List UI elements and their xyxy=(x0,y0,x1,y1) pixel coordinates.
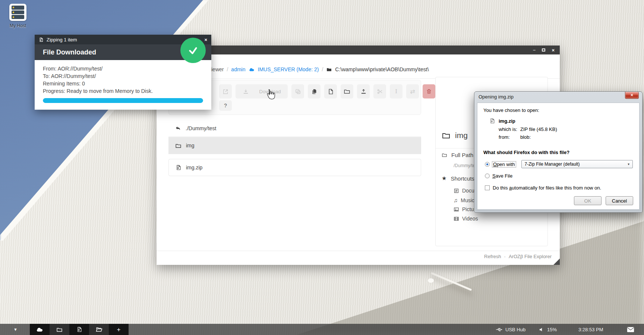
which-is-value: ZIP file (45.8 KB) xyxy=(520,126,633,132)
new-file-icon xyxy=(328,88,334,95)
taskbar-app-file-explorer[interactable] xyxy=(89,324,109,335)
taskbar-app-folder[interactable] xyxy=(50,324,69,335)
progress-bar xyxy=(43,98,203,103)
dialog-body: You have chosen to open: img.zip which i… xyxy=(477,103,640,210)
taskbar-app-zip[interactable] xyxy=(69,324,89,335)
taskbar: ▼ + USB Hub xyxy=(0,324,644,335)
help-button[interactable]: ? xyxy=(219,100,232,111)
list-item-file-img-zip[interactable]: img.zip xyxy=(168,159,421,176)
volume-tray-item[interactable]: 15% xyxy=(539,324,557,335)
zip-remaining-line: Remining Items: 0 xyxy=(43,80,203,87)
picture-icon xyxy=(454,207,459,212)
shortcuts-label: Shortcuts xyxy=(451,175,474,182)
taskbar-apps: + xyxy=(30,324,129,335)
list-item-label: img.zip xyxy=(186,165,202,170)
volume-label: 15% xyxy=(547,327,557,332)
explorer-titlebar[interactable]: − × xyxy=(157,46,560,54)
duplicate-button[interactable] xyxy=(291,84,304,98)
zip-file-icon xyxy=(39,37,44,42)
new-file-button[interactable] xyxy=(324,84,337,98)
usb-icon xyxy=(496,327,503,332)
film-icon xyxy=(454,216,459,222)
dialog-file-details: which is: ZIP file (45.8 KB) from: blob: xyxy=(499,126,633,140)
list-item-folder-img[interactable]: img xyxy=(168,137,421,154)
do-automatically-label[interactable]: Do this automatically for files like thi… xyxy=(493,185,601,191)
progress-bar-track xyxy=(43,98,203,103)
zip-file-icon xyxy=(76,326,82,332)
rename-button[interactable]: I xyxy=(390,84,402,98)
external-link-icon xyxy=(222,88,229,95)
breadcrumb-user[interactable]: admin xyxy=(231,66,245,72)
folder-icon xyxy=(326,66,332,72)
close-icon[interactable]: × xyxy=(204,37,207,42)
download-button[interactable]: Download xyxy=(236,84,288,98)
explorer-footer: Refresh · ArOZβ File Explorer xyxy=(484,254,552,259)
refresh-link[interactable]: Refresh xyxy=(484,254,501,259)
paste-button[interactable] xyxy=(308,84,321,98)
radio-save-file[interactable] xyxy=(485,173,490,178)
resize-handle[interactable] xyxy=(553,259,560,265)
back-arrow-icon xyxy=(175,125,181,131)
usb-tray-item[interactable]: USB Hub xyxy=(496,324,525,335)
open-external-button[interactable] xyxy=(219,84,232,98)
open-with-option[interactable]: Open with 7-Zip File Manager (default) ▼ xyxy=(485,160,633,168)
save-file-label[interactable]: Save File xyxy=(492,173,512,179)
dialog-buttons: OK Cancel xyxy=(574,196,633,205)
sidebar-item-videos[interactable]: Videos xyxy=(454,216,478,222)
usb-label: USB Hub xyxy=(505,327,525,332)
shortcuts-row: ★ Shortcuts xyxy=(442,175,474,182)
open-with-select[interactable]: 7-Zip File Manager (default) ▼ xyxy=(521,160,633,168)
cancel-button[interactable]: Cancel xyxy=(606,196,633,205)
upload-icon xyxy=(360,88,367,95)
folder-icon xyxy=(175,143,181,149)
document-icon xyxy=(454,188,459,194)
time-label: 3:28:53 PM xyxy=(578,327,603,332)
close-icon[interactable]: × xyxy=(552,48,555,53)
from-value: blob: xyxy=(520,134,633,140)
sidebar-item-music[interactable]: ♫ Music xyxy=(454,197,474,203)
list-item-parent-dir[interactable]: ./Dummy/test xyxy=(168,120,421,137)
server-icon[interactable] xyxy=(9,4,26,21)
open-with-label[interactable]: Open with xyxy=(492,162,516,167)
ok-button[interactable]: OK xyxy=(574,196,602,205)
swap-arrows-icon: ⇄ xyxy=(410,88,415,95)
firefox-open-dialog: Opening img.zip × You have chosen to ope… xyxy=(474,91,643,213)
maximize-icon[interactable] xyxy=(542,48,545,51)
cloud-icon xyxy=(36,326,44,334)
delete-button[interactable] xyxy=(423,84,435,98)
cut-button[interactable] xyxy=(373,84,386,98)
paste-icon xyxy=(311,88,318,95)
desktop-icon-my-host[interactable]: My Host xyxy=(4,4,31,28)
close-icon[interactable]: × xyxy=(625,92,639,99)
do-automatically-option[interactable]: Do this automatically for files like thi… xyxy=(485,185,633,191)
open-folder-icon xyxy=(96,326,102,333)
duplicate-icon xyxy=(295,88,301,95)
mail-tray-item[interactable] xyxy=(627,324,634,335)
zip-window-title: Zipping 1 item xyxy=(47,37,192,43)
list-item-label: img xyxy=(186,143,195,148)
cloud-icon xyxy=(249,66,255,73)
radio-open-with[interactable] xyxy=(485,162,490,167)
minimize-icon[interactable]: − xyxy=(533,48,536,53)
zip-file-icon xyxy=(489,118,495,124)
chevron-down-icon[interactable]: ▼ xyxy=(13,324,18,335)
list-item-label: ./Dummy/test xyxy=(186,125,216,131)
new-folder-button[interactable] xyxy=(341,84,353,98)
speaker-icon xyxy=(539,327,544,332)
plus-icon: + xyxy=(117,326,121,333)
swap-button[interactable]: ⇄ xyxy=(406,84,419,98)
clock: 3:28:53 PM xyxy=(578,324,603,335)
dialog-question: What should Firefox do with this file? xyxy=(483,150,633,155)
check-icon xyxy=(186,43,200,57)
breadcrumb-server[interactable]: IMUS_SERVER (Mode: 2) xyxy=(258,66,319,72)
dialog-file-row: img.zip xyxy=(489,118,633,124)
folder-icon xyxy=(56,326,63,333)
taskbar-app-cloud[interactable] xyxy=(30,324,50,335)
dialog-title: Opening img.zip xyxy=(479,94,514,100)
music-note-icon: ♫ xyxy=(454,197,458,203)
download-icon xyxy=(243,88,249,95)
upload-button[interactable] xyxy=(357,84,370,98)
checkbox-do-automatically[interactable] xyxy=(485,185,490,190)
save-file-option[interactable]: Save File xyxy=(485,173,633,179)
taskbar-app-new[interactable]: + xyxy=(109,324,129,335)
